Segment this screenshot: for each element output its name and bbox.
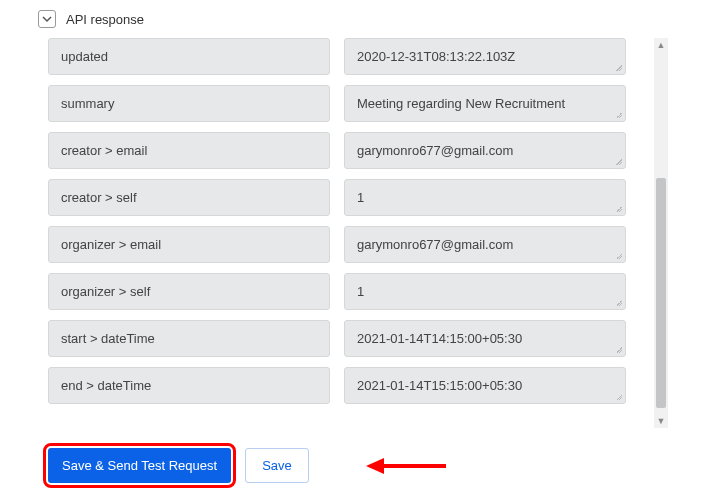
field-key[interactable]: summary (48, 85, 330, 122)
field-key[interactable]: organizer > self (48, 273, 330, 310)
chevron-down-icon (42, 14, 52, 24)
scroll-down-arrow-icon[interactable]: ▼ (654, 414, 668, 428)
field-value[interactable]: garymonro677@gmail.com (344, 226, 626, 263)
field-value[interactable]: 1 (344, 179, 626, 216)
field-key[interactable]: updated (48, 38, 330, 75)
scrollbar-track[interactable]: ▲ ▼ (654, 38, 668, 428)
field-value[interactable]: Meeting regarding New Recruitment (344, 85, 626, 122)
field-key[interactable]: start > dateTime (48, 320, 330, 357)
table-row: updated 2020-12-31T08:13:22.103Z (48, 38, 648, 75)
field-key[interactable]: creator > self (48, 179, 330, 216)
collapse-toggle[interactable] (38, 10, 56, 28)
table-row: creator > self 1 (48, 179, 648, 216)
field-value[interactable]: garymonro677@gmail.com (344, 132, 626, 169)
table-row: creator > email garymonro677@gmail.com (48, 132, 648, 169)
save-button[interactable]: Save (245, 448, 309, 483)
field-key[interactable]: creator > email (48, 132, 330, 169)
table-row: start > dateTime 2021-01-14T14:15:00+05:… (48, 320, 648, 357)
table-row: end > dateTime 2021-01-14T15:15:00+05:30 (48, 367, 648, 404)
response-rows: updated 2020-12-31T08:13:22.103Z summary… (48, 38, 648, 404)
annotation-arrow-icon (366, 455, 446, 477)
field-key[interactable]: organizer > email (48, 226, 330, 263)
scroll-up-arrow-icon[interactable]: ▲ (654, 38, 668, 52)
field-key[interactable]: end > dateTime (48, 367, 330, 404)
field-value[interactable]: 2021-01-14T14:15:00+05:30 (344, 320, 626, 357)
field-value[interactable]: 2020-12-31T08:13:22.103Z (344, 38, 626, 75)
table-row: summary Meeting regarding New Recruitmen… (48, 85, 648, 122)
save-send-test-button[interactable]: Save & Send Test Request (48, 448, 231, 483)
scrollbar-thumb[interactable] (656, 178, 666, 408)
field-value[interactable]: 1 (344, 273, 626, 310)
field-value[interactable]: 2021-01-14T15:15:00+05:30 (344, 367, 626, 404)
svg-marker-1 (366, 458, 384, 474)
section-title: API response (66, 12, 144, 27)
table-row: organizer > email garymonro677@gmail.com (48, 226, 648, 263)
table-row: organizer > self 1 (48, 273, 648, 310)
